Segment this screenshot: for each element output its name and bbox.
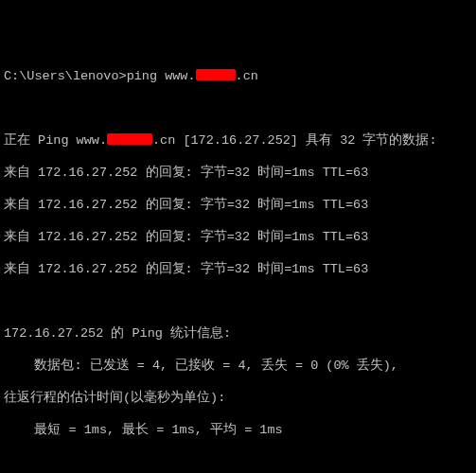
- host1-prefix: www.: [165, 69, 195, 83]
- blank-line: [4, 293, 472, 309]
- ping1-rtt-vals: 最短 = 1ms, 最长 = 1ms, 平均 = 1ms: [4, 422, 472, 438]
- ping1-reply-2: 来自 172.16.27.252 的回复: 字节=32 时间=1ms TTL=6…: [4, 197, 472, 213]
- blank-line: [4, 100, 472, 116]
- ping1-reply-3: 来自 172.16.27.252 的回复: 字节=32 时间=1ms TTL=6…: [4, 229, 472, 245]
- ping1-header-a: 正在 Ping www.: [4, 133, 107, 148]
- ping1-reply-4: 来自 172.16.27.252 的回复: 字节=32 时间=1ms TTL=6…: [4, 261, 472, 277]
- redaction-bar: [196, 69, 236, 80]
- blank-line: [4, 454, 472, 470]
- ping1-stats-pkts: 数据包: 已发送 = 4, 已接收 = 4, 丢失 = 0 (0% 丢失),: [4, 358, 472, 374]
- ping-cmd: ping: [127, 69, 157, 83]
- ping1-stats-head: 172.16.27.252 的 Ping 统计信息:: [4, 325, 472, 342]
- host1-suffix: .cn: [236, 69, 258, 83]
- ping1-header-b: .cn [172.16.27.252] 具有 32 字节的数据:: [152, 133, 437, 148]
- ping1-header: 正在 Ping www..cn [172.16.27.252] 具有 32 字节…: [4, 132, 472, 149]
- ping1-rtt-head: 往返行程的估计时间(以毫秒为单位):: [4, 390, 472, 406]
- redaction-bar: [107, 133, 152, 145]
- ping1-reply-1: 来自 172.16.27.252 的回复: 字节=32 时间=1ms TTL=6…: [4, 165, 472, 181]
- prompt-line-1: C:\Users\lenovo>ping www..cn: [4, 68, 472, 84]
- prompt-path: C:\Users\lenovo>: [4, 69, 127, 83]
